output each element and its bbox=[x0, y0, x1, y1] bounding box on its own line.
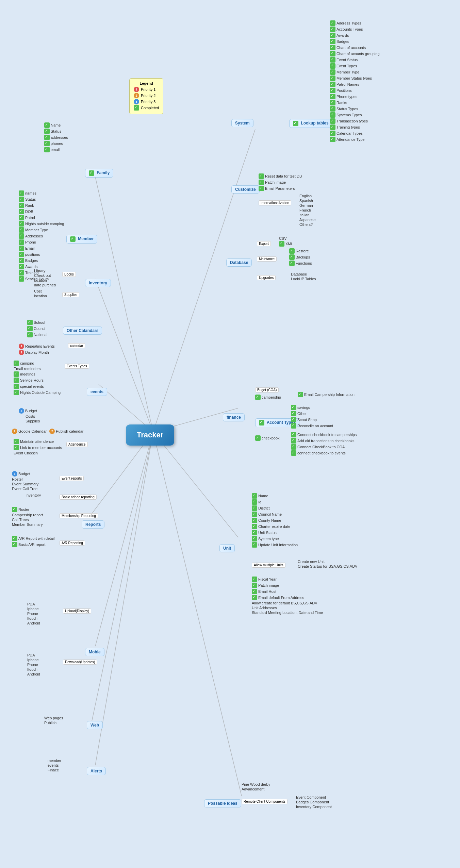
rc-inventorycomponent: Inventory Component bbox=[296, 805, 332, 809]
allow-multiple-items: Create new Unit Create Startup for BSA,G… bbox=[298, 560, 357, 568]
chk bbox=[291, 423, 296, 429]
chk bbox=[27, 332, 33, 337]
unit-label: Unit bbox=[223, 546, 231, 551]
member-names: names bbox=[19, 190, 64, 196]
lt-phonetypes: Phone types bbox=[330, 94, 380, 99]
exp-csv: CSV bbox=[279, 236, 293, 240]
chk bbox=[259, 186, 264, 191]
chk bbox=[330, 57, 335, 63]
inv-library: Library bbox=[34, 269, 56, 273]
ar-label: A/R Reporting bbox=[60, 541, 85, 545]
other-cal-label: Other Calandars bbox=[67, 328, 98, 333]
chk bbox=[19, 258, 24, 263]
web-webpages: Web pages bbox=[44, 716, 63, 720]
p1-icon: 1 bbox=[19, 344, 24, 349]
svg-line-7 bbox=[95, 432, 153, 646]
chk bbox=[14, 390, 19, 395]
member-branch: Member bbox=[66, 235, 97, 244]
svg-line-5 bbox=[153, 432, 238, 537]
membership-items: Roster Campership report Call Trees Memb… bbox=[12, 507, 43, 527]
alert-member: member bbox=[48, 758, 61, 763]
chk bbox=[14, 384, 19, 389]
unit-status: Unit Status bbox=[252, 530, 298, 535]
chk bbox=[255, 435, 261, 441]
cust-patchimage: Patch image bbox=[259, 180, 302, 185]
inv-supplies-label: Supplies bbox=[62, 293, 79, 297]
maintance-label: Maintance bbox=[257, 257, 277, 261]
inv-checkout: Check out bbox=[34, 273, 56, 278]
chk bbox=[19, 209, 24, 214]
other-calendars-items: School Councl National bbox=[27, 320, 47, 337]
lookup-tables-branch: Lookup tables bbox=[289, 119, 332, 128]
member-phone: Phone bbox=[19, 239, 64, 245]
act-check bbox=[259, 420, 264, 425]
p2-icon: 2 bbox=[12, 429, 17, 434]
chk bbox=[291, 450, 296, 456]
unit-countyname: County Name bbox=[252, 518, 298, 523]
maintance-items: Restore Backups Functions bbox=[289, 248, 312, 266]
member-badges: Badges bbox=[19, 258, 64, 263]
chk bbox=[330, 51, 335, 56]
up-iphone: Iphone bbox=[27, 607, 40, 611]
chk bbox=[252, 542, 257, 548]
chk bbox=[14, 445, 19, 450]
event-reports-items: 3 Budget Roster Event Summary Event Call… bbox=[12, 471, 38, 491]
lt-chartgrouping: Chart of acounts grouping bbox=[330, 51, 380, 56]
allow-multiple-label: Allow multiple Units bbox=[252, 563, 285, 567]
web-label: Web bbox=[91, 723, 99, 728]
database-label: Database bbox=[230, 260, 248, 265]
p3-badge: 3 bbox=[134, 99, 139, 104]
p2-badge: 2 bbox=[134, 93, 139, 98]
legend-title: Legend bbox=[134, 81, 159, 85]
chk bbox=[252, 518, 257, 523]
chk bbox=[44, 135, 50, 140]
possable-ideas-label: Possable Ideas bbox=[208, 801, 237, 806]
ev-camping: camping bbox=[14, 361, 61, 366]
inventory-items: Library Check out location date purched … bbox=[34, 269, 56, 298]
p1-label: Priority 1 bbox=[141, 87, 155, 91]
chk bbox=[291, 444, 296, 450]
google-cal: 2 Google Calendar 2 Publish calendar bbox=[12, 429, 84, 434]
ev-budget: 3 Budget bbox=[19, 408, 40, 414]
er-eventsummary: Event Summary bbox=[12, 482, 38, 486]
chk bbox=[19, 203, 24, 208]
chk bbox=[330, 39, 335, 44]
customize-items: Reset data for test DB Patch image Email… bbox=[259, 173, 302, 191]
family-status: Status bbox=[44, 129, 68, 134]
i18n-english: English bbox=[299, 194, 316, 198]
member-status: Status bbox=[19, 197, 64, 202]
chk bbox=[330, 33, 335, 38]
svg-line-8 bbox=[92, 432, 153, 721]
remote-label: Remote Client Components bbox=[242, 799, 288, 803]
account-types-items: savings Other Scout Shop Reconcile an ac… bbox=[291, 405, 333, 429]
ar-items: A/R Report with detail Basic A/R report bbox=[12, 536, 54, 547]
up-phone: Phone bbox=[27, 612, 40, 616]
lt-eventtypes: Event Types bbox=[330, 63, 380, 69]
family-addresses: addresses bbox=[44, 135, 68, 140]
web-branch: Web bbox=[87, 721, 103, 729]
events-types-label: Events Types bbox=[65, 364, 89, 368]
ev-specialevents: special events bbox=[14, 384, 61, 389]
member-dob: DOB bbox=[19, 209, 64, 214]
chk bbox=[330, 112, 335, 118]
i18n-italian: Italian bbox=[299, 213, 316, 217]
p2-label: Priority 2 bbox=[141, 94, 155, 98]
possable-ideas-branch: Possable Ideas bbox=[204, 799, 241, 807]
lt-memberstatustypes: Member Status types bbox=[330, 76, 380, 81]
chk bbox=[12, 536, 17, 541]
svg-line-1 bbox=[153, 129, 255, 432]
member-label: Member bbox=[78, 236, 94, 241]
p3-label: Priority 3 bbox=[141, 100, 155, 104]
up-pda: PDA bbox=[27, 602, 40, 606]
act-scoutshop: Scout Shop bbox=[291, 417, 333, 422]
allow-createnew: Create new Unit bbox=[298, 560, 357, 564]
chk bbox=[330, 118, 335, 124]
center-label: Tracker bbox=[137, 431, 163, 439]
buget-coa-email: Email Campership Information bbox=[298, 392, 355, 397]
lookup-check bbox=[293, 121, 298, 126]
unit-updateinfo: Update Unit Information bbox=[252, 542, 298, 548]
dl-iphone: Iphone bbox=[27, 658, 40, 662]
unit-emaildefault: Email default From Address bbox=[252, 595, 323, 600]
inventory-label: inventory bbox=[89, 281, 107, 285]
member-items: names Status Rank DOB Patrol Nights outs… bbox=[19, 190, 64, 282]
